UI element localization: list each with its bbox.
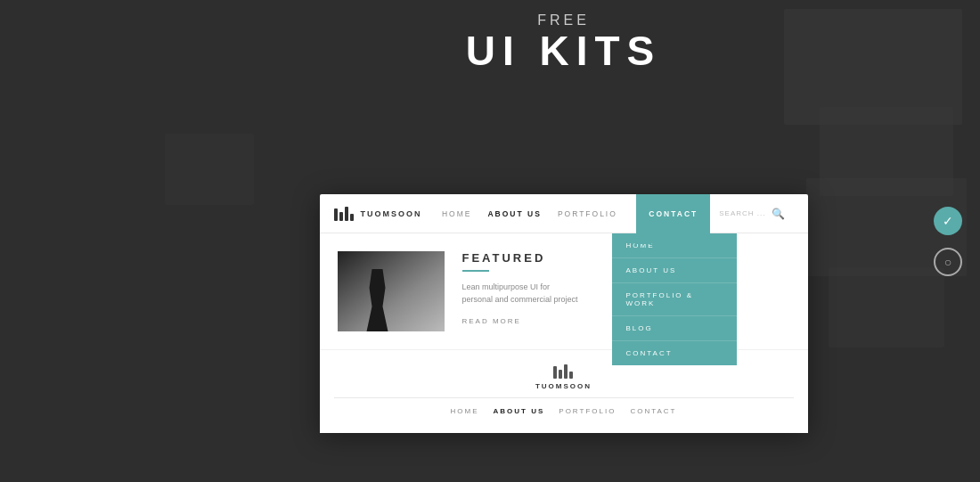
featured-image <box>338 251 445 331</box>
nav-link-home[interactable]: HOME <box>442 209 472 218</box>
logo-bar-1 <box>334 208 338 221</box>
footer-nav-contact[interactable]: CONTACT <box>630 407 676 415</box>
footer-logo-text: TUOMSOON <box>535 382 592 390</box>
user-icon[interactable]: ○ <box>934 248 962 276</box>
logo-icon <box>334 207 354 221</box>
logo-bar-2 <box>339 212 343 221</box>
footer-nav-portfolio[interactable]: PORTFOLIO <box>559 407 616 415</box>
nav-link-about[interactable]: ABOUT US <box>487 209 541 218</box>
footer-nav-about[interactable]: ABOUT US <box>494 407 545 415</box>
title-free: FREE <box>537 12 590 29</box>
footer-bar-3 <box>564 364 568 379</box>
footer-nav-home[interactable]: HOME <box>451 407 479 415</box>
footer-bar-4 <box>569 372 573 379</box>
dropdown-item-contact[interactable]: CONTACT <box>612 341 737 365</box>
featured-image-bg <box>338 251 445 331</box>
search-placeholder: SEARCH ... <box>719 209 765 217</box>
footer-logo: TUOMSOON <box>535 364 592 390</box>
dropdown-arrow <box>634 233 652 244</box>
dropdown-item-portfolio[interactable]: PORTFOLIO & WORK <box>612 283 737 316</box>
search-icon[interactable]: 🔍 <box>772 208 785 220</box>
nav-link-portfolio[interactable]: PORTFOLIO <box>558 209 617 218</box>
side-icons: ✓ ○ <box>934 207 962 276</box>
nav-bar: TUOMSOON HOME ABOUT US PORTFOLIO CONTACT… <box>320 194 808 233</box>
footer-nav: HOME ABOUT US PORTFOLIO CONTACT <box>334 397 794 419</box>
main-container: TUOMSOON HOME ABOUT US PORTFOLIO CONTACT… <box>147 116 980 482</box>
nav-logo: TUOMSOON <box>334 207 423 221</box>
logo-bar-4 <box>350 214 354 221</box>
footer-bar-1 <box>553 366 557 379</box>
footer-logo-icon <box>553 364 573 379</box>
title-uikits: UI KITS <box>466 29 662 74</box>
dropdown-item-about[interactable]: ABOUT US <box>612 258 737 283</box>
nav-links: HOME ABOUT US PORTFOLIO <box>423 209 637 218</box>
mockup-card: TUOMSOON HOME ABOUT US PORTFOLIO CONTACT… <box>320 194 808 433</box>
footer-bar-2 <box>559 370 562 379</box>
featured-divider <box>462 270 489 272</box>
header-area: FREE UI KITS <box>147 0 980 74</box>
checkmark-icon[interactable]: ✓ <box>934 207 962 235</box>
logo-bar-3 <box>345 207 348 221</box>
nav-contact-button[interactable]: CONTACT <box>636 194 710 233</box>
nav-logo-text: TUOMSOON <box>361 209 422 218</box>
dropdown-item-blog[interactable]: BLOG <box>612 316 737 341</box>
dropdown-menu: HOME ABOUT US PORTFOLIO & WORK BLOG CONT… <box>612 233 737 365</box>
nav-search-area: SEARCH ... 🔍 <box>710 194 793 233</box>
dropdown-item-home[interactable]: HOME <box>612 233 737 258</box>
